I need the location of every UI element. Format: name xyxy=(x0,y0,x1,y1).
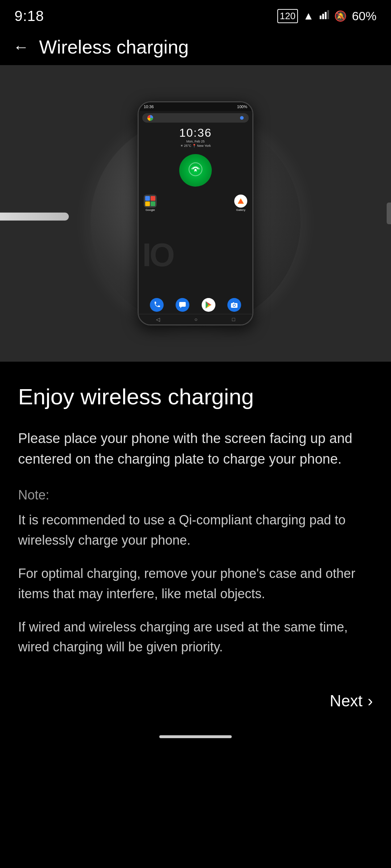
note-item-3: If wired and wireless charging are used … xyxy=(18,617,373,658)
dock-phone-icon xyxy=(150,298,164,312)
status-icons: 120 ▲ 🔕 60% xyxy=(277,9,377,23)
next-chevron-icon: › xyxy=(367,692,373,710)
phone-app-icons: Google Gallery xyxy=(139,193,252,213)
note-item-1: It is recommended to use a Qi-compliant … xyxy=(18,510,373,550)
svg-point-15 xyxy=(234,305,235,306)
svg-rect-0 xyxy=(320,16,321,19)
dock-camera-icon xyxy=(227,298,241,312)
phone-dock xyxy=(139,296,252,314)
nav-back-btn: ◁ xyxy=(156,316,160,322)
hz-icon: 120 xyxy=(277,9,298,23)
mic-icon xyxy=(240,116,244,120)
wifi-icon: ▲ xyxy=(303,10,314,22)
page-title: Wireless charging xyxy=(39,36,189,58)
phone-bg-text: IO xyxy=(142,237,173,274)
dock-messages-icon xyxy=(176,298,189,312)
phone-main-clock: 10:36 xyxy=(139,126,252,140)
google-folder-icon: Google xyxy=(144,195,157,212)
note-label: Note: xyxy=(18,488,373,503)
svg-rect-2 xyxy=(325,12,327,19)
dock-play-store-icon xyxy=(202,298,215,312)
phone-clock-area: 10:36 Mon, Feb 25 ☀ 25°C 📍 New York xyxy=(139,125,252,149)
phone-weather: ☀ 25°C 📍 New York xyxy=(139,144,252,148)
phone-date: Mon, Feb 25 xyxy=(139,140,252,143)
gallery-app-icon: Gallery xyxy=(234,195,247,212)
phone-clock-small: 10:36 xyxy=(144,105,154,109)
phone-battery-small: 100% xyxy=(237,105,247,109)
phone-search-bar xyxy=(142,113,249,123)
phone-mockup: 10:36 100% 10:36 Mon, Feb 25 ☀ 25°C 📍 Ne… xyxy=(138,101,253,326)
next-button-row: Next › xyxy=(0,685,391,732)
mute-icon: 🔕 xyxy=(334,10,347,22)
back-button[interactable]: ← xyxy=(13,38,29,56)
bottom-bar xyxy=(0,735,391,749)
next-button[interactable]: Next › xyxy=(330,692,373,710)
hero-image: 10:36 100% 10:36 Mon, Feb 25 ☀ 25°C 📍 Ne… xyxy=(0,65,391,362)
svg-rect-8 xyxy=(179,302,186,307)
phone-status-bar: 10:36 100% xyxy=(139,102,252,111)
main-description: Please place your phone with the screen … xyxy=(18,428,373,469)
content-section: Enjoy wireless charging Please place you… xyxy=(0,362,391,685)
wireless-charging-indicator xyxy=(139,152,252,189)
next-label: Next xyxy=(330,692,362,710)
bottom-pill xyxy=(159,735,232,738)
header: ← Wireless charging xyxy=(0,29,391,65)
battery-level: 60% xyxy=(352,9,377,23)
nav-home-btn: ○ xyxy=(194,316,197,322)
phone-screen: 10:36 100% 10:36 Mon, Feb 25 ☀ 25°C 📍 Ne… xyxy=(139,102,252,324)
status-bar: 9:18 120 ▲ 🔕 60% xyxy=(0,0,391,29)
phone-nav-bar: ◁ ○ □ xyxy=(139,314,252,324)
note-item-2: For optimal charging, remove your phone'… xyxy=(18,563,373,604)
status-time: 9:18 xyxy=(14,8,44,24)
wireless-waves-icon xyxy=(188,162,203,179)
svg-rect-1 xyxy=(322,14,324,19)
swipe-indicator xyxy=(387,203,391,224)
charger-cable xyxy=(0,213,69,221)
signal-icon xyxy=(319,10,329,22)
main-heading: Enjoy wireless charging xyxy=(18,383,373,410)
google-icon xyxy=(147,115,153,121)
svg-rect-16 xyxy=(233,302,234,303)
svg-marker-6 xyxy=(238,199,244,204)
svg-rect-3 xyxy=(327,10,329,19)
nav-recents-btn: □ xyxy=(232,316,235,322)
